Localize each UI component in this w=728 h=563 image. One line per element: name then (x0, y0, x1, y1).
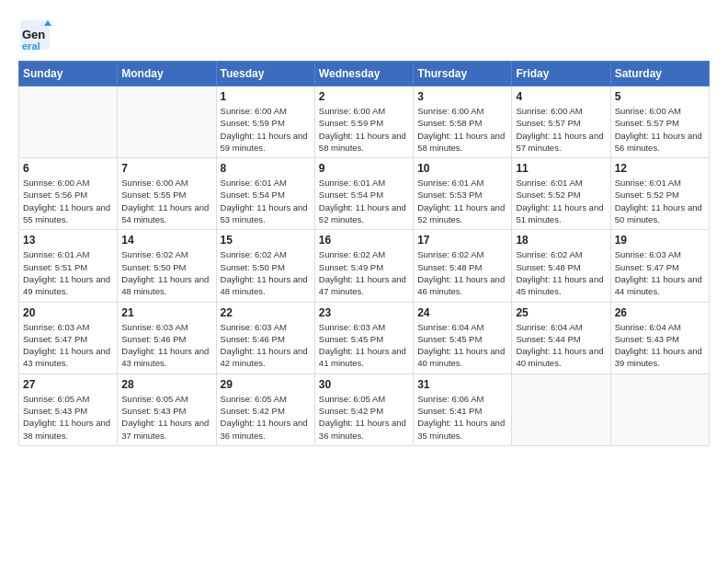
day-info: Sunrise: 6:01 AM Sunset: 5:53 PM Dayligh… (417, 177, 507, 225)
calendar-cell: 5Sunrise: 6:00 AM Sunset: 5:57 PM Daylig… (610, 86, 709, 158)
day-number: 3 (417, 90, 507, 103)
weekday-header: Tuesday (216, 62, 314, 86)
calendar-cell: 23Sunrise: 6:03 AM Sunset: 5:45 PM Dayli… (314, 302, 413, 373)
svg-text:eral: eral (22, 40, 40, 52)
day-info: Sunrise: 6:05 AM Sunset: 5:43 PM Dayligh… (23, 393, 113, 442)
day-number: 11 (516, 162, 606, 175)
calendar-cell: 24Sunrise: 6:04 AM Sunset: 5:45 PM Dayli… (414, 302, 512, 373)
calendar-cell: 4Sunrise: 6:00 AM Sunset: 5:57 PM Daylig… (512, 86, 610, 158)
day-number: 10 (417, 162, 507, 175)
day-info: Sunrise: 6:00 AM Sunset: 5:56 PM Dayligh… (23, 177, 113, 225)
day-number: 19 (615, 234, 705, 247)
weekday-header: Wednesday (314, 62, 413, 86)
calendar-cell: 19Sunrise: 6:03 AM Sunset: 5:47 PM Dayli… (610, 230, 709, 302)
day-number: 9 (319, 162, 409, 175)
day-info: Sunrise: 6:02 AM Sunset: 5:50 PM Dayligh… (121, 248, 211, 297)
day-number: 23 (319, 306, 409, 319)
day-info: Sunrise: 6:01 AM Sunset: 5:54 PM Dayligh… (319, 177, 409, 225)
weekday-header: Sunday (19, 62, 118, 86)
day-number: 18 (516, 234, 606, 247)
calendar-cell: 28Sunrise: 6:05 AM Sunset: 5:43 PM Dayli… (118, 373, 216, 445)
weekday-header: Thursday (414, 62, 512, 86)
day-number: 17 (417, 234, 507, 247)
day-info: Sunrise: 6:04 AM Sunset: 5:44 PM Dayligh… (516, 321, 606, 370)
day-info: Sunrise: 6:05 AM Sunset: 5:42 PM Dayligh… (221, 393, 311, 442)
calendar-cell: 6Sunrise: 6:00 AM Sunset: 5:56 PM Daylig… (19, 158, 118, 230)
day-info: Sunrise: 6:03 AM Sunset: 5:46 PM Dayligh… (221, 321, 311, 370)
day-info: Sunrise: 6:04 AM Sunset: 5:45 PM Dayligh… (417, 321, 507, 370)
calendar-cell: 31Sunrise: 6:06 AM Sunset: 5:41 PM Dayli… (414, 373, 512, 445)
weekday-header: Saturday (610, 62, 709, 86)
calendar-week-row: 6Sunrise: 6:00 AM Sunset: 5:56 PM Daylig… (19, 158, 710, 230)
calendar-week-row: 13Sunrise: 6:01 AM Sunset: 5:51 PM Dayli… (19, 230, 710, 302)
calendar-cell: 22Sunrise: 6:03 AM Sunset: 5:46 PM Dayli… (216, 302, 314, 373)
day-info: Sunrise: 6:00 AM Sunset: 5:57 PM Dayligh… (615, 105, 705, 154)
calendar-cell (118, 86, 216, 158)
day-number: 22 (221, 306, 311, 319)
day-info: Sunrise: 6:03 AM Sunset: 5:45 PM Dayligh… (319, 321, 409, 370)
weekday-header: Friday (512, 62, 610, 86)
calendar-cell: 29Sunrise: 6:05 AM Sunset: 5:42 PM Dayli… (216, 373, 314, 445)
day-info: Sunrise: 6:03 AM Sunset: 5:47 PM Dayligh… (23, 321, 113, 370)
logo: Gen eral (18, 18, 51, 52)
calendar-cell: 7Sunrise: 6:00 AM Sunset: 5:55 PM Daylig… (118, 158, 216, 230)
svg-text:Gen: Gen (22, 28, 45, 41)
day-number: 16 (319, 234, 409, 247)
calendar-week-row: 1Sunrise: 6:00 AM Sunset: 5:59 PM Daylig… (19, 86, 710, 158)
day-number: 25 (516, 306, 606, 319)
calendar-cell: 1Sunrise: 6:00 AM Sunset: 5:59 PM Daylig… (216, 86, 314, 158)
day-info: Sunrise: 6:03 AM Sunset: 5:46 PM Dayligh… (121, 321, 211, 370)
calendar-cell: 26Sunrise: 6:04 AM Sunset: 5:43 PM Dayli… (610, 302, 709, 373)
day-number: 29 (221, 378, 311, 391)
calendar-cell: 18Sunrise: 6:02 AM Sunset: 5:48 PM Dayli… (512, 230, 610, 302)
calendar-cell: 9Sunrise: 6:01 AM Sunset: 5:54 PM Daylig… (314, 158, 413, 230)
calendar-cell: 16Sunrise: 6:02 AM Sunset: 5:49 PM Dayli… (314, 230, 413, 302)
calendar-cell: 8Sunrise: 6:01 AM Sunset: 5:54 PM Daylig… (216, 158, 314, 230)
page-header: Gen eral (18, 18, 710, 52)
day-number: 28 (121, 378, 211, 391)
day-info: Sunrise: 6:00 AM Sunset: 5:58 PM Dayligh… (417, 105, 507, 154)
calendar-cell: 2Sunrise: 6:00 AM Sunset: 5:59 PM Daylig… (314, 86, 413, 158)
day-number: 14 (121, 234, 211, 247)
day-info: Sunrise: 6:02 AM Sunset: 5:48 PM Dayligh… (417, 248, 507, 297)
day-number: 30 (319, 378, 409, 391)
calendar-cell: 25Sunrise: 6:04 AM Sunset: 5:44 PM Dayli… (512, 302, 610, 373)
calendar-cell: 20Sunrise: 6:03 AM Sunset: 5:47 PM Dayli… (19, 302, 118, 373)
day-number: 4 (516, 90, 606, 103)
day-number: 24 (417, 306, 507, 319)
day-number: 27 (23, 378, 113, 391)
day-info: Sunrise: 6:00 AM Sunset: 5:59 PM Dayligh… (221, 105, 311, 154)
day-info: Sunrise: 6:02 AM Sunset: 5:49 PM Dayligh… (319, 248, 409, 297)
day-number: 26 (615, 306, 705, 319)
calendar-cell: 14Sunrise: 6:02 AM Sunset: 5:50 PM Dayli… (118, 230, 216, 302)
calendar-cell: 11Sunrise: 6:01 AM Sunset: 5:52 PM Dayli… (512, 158, 610, 230)
day-number: 5 (615, 90, 705, 103)
day-info: Sunrise: 6:05 AM Sunset: 5:42 PM Dayligh… (319, 393, 409, 442)
day-number: 20 (23, 306, 113, 319)
calendar-week-row: 20Sunrise: 6:03 AM Sunset: 5:47 PM Dayli… (19, 302, 710, 373)
day-number: 31 (417, 378, 507, 391)
day-number: 15 (221, 234, 311, 247)
calendar-cell: 13Sunrise: 6:01 AM Sunset: 5:51 PM Dayli… (19, 230, 118, 302)
day-info: Sunrise: 6:04 AM Sunset: 5:43 PM Dayligh… (615, 321, 705, 370)
day-info: Sunrise: 6:00 AM Sunset: 5:55 PM Dayligh… (121, 177, 211, 225)
calendar-cell (19, 86, 118, 158)
logo-icon: Gen eral (18, 18, 51, 52)
day-info: Sunrise: 6:01 AM Sunset: 5:52 PM Dayligh… (615, 177, 705, 225)
calendar-cell: 12Sunrise: 6:01 AM Sunset: 5:52 PM Dayli… (610, 158, 709, 230)
day-number: 8 (221, 162, 311, 175)
day-info: Sunrise: 6:03 AM Sunset: 5:47 PM Dayligh… (615, 248, 705, 297)
calendar-table: SundayMondayTuesdayWednesdayThursdayFrid… (18, 61, 710, 446)
calendar-cell (610, 373, 709, 445)
day-info: Sunrise: 6:00 AM Sunset: 5:59 PM Dayligh… (319, 105, 409, 154)
day-number: 13 (23, 234, 113, 247)
day-info: Sunrise: 6:06 AM Sunset: 5:41 PM Dayligh… (417, 393, 507, 442)
day-info: Sunrise: 6:01 AM Sunset: 5:52 PM Dayligh… (516, 177, 606, 225)
day-number: 6 (23, 162, 113, 175)
calendar-cell: 15Sunrise: 6:02 AM Sunset: 5:50 PM Dayli… (216, 230, 314, 302)
day-number: 12 (615, 162, 705, 175)
day-info: Sunrise: 6:02 AM Sunset: 5:48 PM Dayligh… (516, 248, 606, 297)
calendar-cell: 3Sunrise: 6:00 AM Sunset: 5:58 PM Daylig… (414, 86, 512, 158)
calendar-cell: 30Sunrise: 6:05 AM Sunset: 5:42 PM Dayli… (314, 373, 413, 445)
day-info: Sunrise: 6:01 AM Sunset: 5:54 PM Dayligh… (221, 177, 311, 225)
